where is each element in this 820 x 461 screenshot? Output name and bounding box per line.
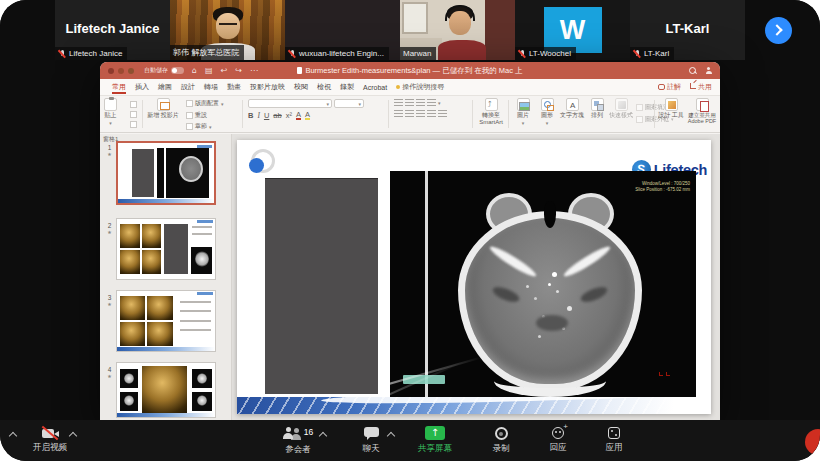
underline-button[interactable]: U [264,111,269,120]
mute-options-chevron[interactable] [9,432,17,440]
save-icon[interactable]: ▤ [205,67,213,75]
leave-button[interactable] [805,429,820,455]
tab-insert[interactable]: 插入 [135,82,149,92]
thumb-swoosh [117,347,215,351]
copy-icon[interactable] [130,111,137,118]
tab-animations[interactable]: 動畫 [227,82,241,92]
textbox-button[interactable]: 文字方塊 [558,98,586,119]
titlebar[interactable]: 自動儲存 ⌂ ▤ ↩ ↪ ⋯ Burmester Edith-measureme… [100,62,720,79]
video-tile-marwan[interactable]: Marwan [400,0,515,60]
smartart-button[interactable]: 轉換至 SmartArt [476,98,506,125]
thumb-swoosh [117,413,215,417]
highlight-button[interactable]: A [305,111,310,121]
reactions-button[interactable]: 回应 [530,426,586,454]
font-size-select[interactable] [334,99,364,108]
help-search[interactable]: 操作說明搜尋 [396,82,444,92]
thumb-angio [120,296,145,320]
design-ideas-label: 設計 工具 [658,112,684,119]
line-spacing-icon[interactable] [427,99,436,107]
video-tile-lifetech-janice[interactable]: Lifetech Janice Lifetech Janice [55,0,170,60]
font-name-select[interactable] [248,99,332,108]
format-painter-icon[interactable] [130,121,137,128]
thumb-angio [147,296,172,320]
document-icon [297,67,302,74]
bold-button[interactable]: B [248,111,253,120]
tab-transitions[interactable]: 轉場 [204,82,218,92]
new-slide-icon [157,98,170,111]
adobe-pdf-button[interactable]: 建立並共用 Adobe PDF [686,98,718,124]
participant-shirt [438,40,486,60]
cut-icon[interactable] [130,101,137,108]
new-slide-button[interactable]: 新增 投影片 [146,98,180,119]
video-tile-wuxuan[interactable]: wuxuan-lifetech Engin... [285,0,400,60]
arrange-button[interactable]: 排列 [586,98,608,119]
share-button[interactable]: 共用 [690,82,712,92]
video-tile-lt-karl[interactable]: LT-Karl LT-Karl [630,0,745,60]
participant-glasses [219,23,237,25]
bullets-icon[interactable] [394,99,403,107]
shapes-icon [541,98,554,111]
superscript-button[interactable]: x² [286,111,292,120]
tab-acrobat[interactable]: Acrobat [363,84,387,91]
fullscreen-button[interactable] [128,68,134,74]
mic-muted-icon [288,49,296,58]
slide-number: 3 ★ [105,294,114,307]
comments-button[interactable]: 註解 [658,82,681,92]
share-screen-button[interactable]: ↑ 共享屏幕 [407,426,463,455]
section-button[interactable]: 章節▾ [186,122,212,131]
strikethrough-button[interactable]: ab [273,111,281,120]
slide-canvas[interactable]: Lifetech [237,140,711,414]
participants-button[interactable]: 16 参会者 [270,426,326,456]
ct-occipital-bone [494,365,606,397]
font-color-button[interactable]: A [296,111,301,121]
video-tile-guowei[interactable]: 郭伟 解放军总医院 [170,0,285,60]
thumb-ct-image [192,392,212,410]
participant-display-name: LT-Karl [630,21,745,36]
design-ideas-button[interactable]: 設計 工具 [658,98,684,119]
numbering-icon[interactable] [405,99,414,107]
video-tile-lt-woochel[interactable]: W LT-Woochel [515,0,630,60]
slide-thumbnail-1[interactable] [116,141,216,205]
paste-label: 貼上 [105,112,117,119]
indent-icon[interactable] [416,99,425,107]
start-video-button[interactable]: 开启视频 [22,426,78,454]
autosave-toggle[interactable]: 自動儲存 [144,66,184,75]
smartart-icon [485,98,498,111]
account-icon[interactable] [705,67,712,74]
tab-review[interactable]: 校閱 [294,82,308,92]
home-icon[interactable]: ⌂ [192,67,197,75]
dicom-gray-panel [265,178,378,394]
minimize-button[interactable] [118,68,124,74]
tab-home[interactable]: 常用 [112,82,126,92]
reset-button[interactable]: 重設 [186,111,207,120]
slide-thumbnail-3[interactable] [116,290,216,352]
next-videos-button[interactable] [765,17,792,44]
layout-button[interactable]: 版面配置▾ [186,99,224,108]
align-center-icon[interactable] [405,110,414,118]
close-button[interactable] [108,68,114,74]
slide-thumbnail-4[interactable] [116,362,216,418]
record-button[interactable]: 录制 [473,426,529,455]
italic-button[interactable]: I [257,111,260,120]
align-left-icon[interactable] [394,110,403,118]
participant-label: LT-Karl [630,47,674,60]
quick-styles-button[interactable]: 快速樣式 [608,98,634,119]
paste-button[interactable]: 貼上 ▾ [104,98,117,126]
tab-view[interactable]: 檢視 [317,82,331,92]
shapes-label: 圖形 [541,112,553,119]
slide-thumbnail-2[interactable] [116,218,216,280]
search-icon[interactable] [689,67,697,75]
tab-slideshow[interactable]: 投影片放映 [250,82,285,92]
tab-design[interactable]: 設計 [181,82,195,92]
tab-record[interactable]: 錄製 [340,82,354,92]
align-right-icon[interactable] [416,110,425,118]
thumb-angio [120,250,140,274]
picture-button[interactable]: 圖片▾ [512,98,534,126]
justify-icon[interactable] [427,110,436,118]
tab-draw[interactable]: 繪圖 [158,82,172,92]
participant-label: Marwan [400,47,436,60]
slide-footer-swoosh [237,397,711,414]
apps-button[interactable]: 应用 [586,426,642,454]
columns-icon[interactable] [438,110,447,118]
shapes-button[interactable]: 圖形▾ [536,98,558,126]
